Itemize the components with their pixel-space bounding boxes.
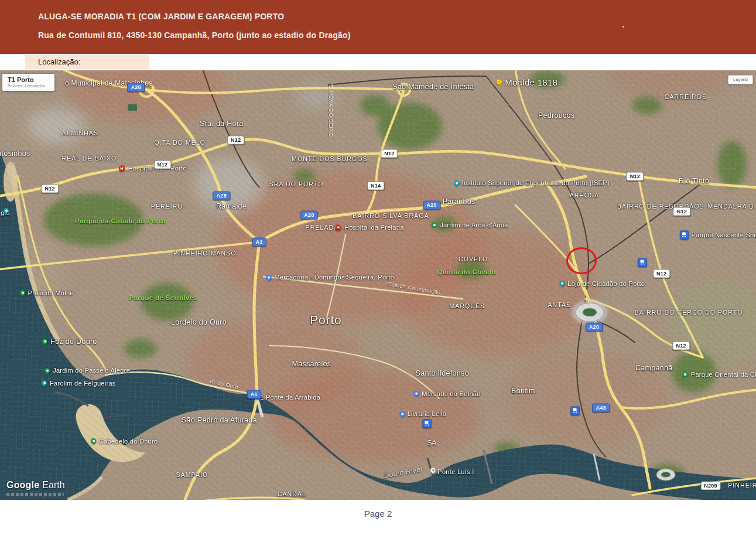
map-label-text: CANDAL bbox=[278, 490, 306, 497]
map-place-label: R. NOVA DO SEIXO bbox=[328, 83, 334, 137]
map-label-text: Matosinhos bbox=[0, 149, 30, 158]
map-place-label: ANTAS bbox=[548, 301, 571, 308]
brand-earth: Earth bbox=[42, 480, 64, 490]
map-label-text: R. NOVA DO SEIXO bbox=[328, 83, 334, 137]
map-label-text: Paranhos bbox=[443, 197, 476, 206]
section-label: Localização: bbox=[25, 55, 149, 66]
brand-google: Google bbox=[6, 480, 39, 490]
map-label-text: Q.TA DO MELO bbox=[154, 139, 206, 146]
road-shield: A43 bbox=[593, 404, 610, 413]
legend-button[interactable]: Legend bbox=[728, 75, 753, 84]
green-pin-icon bbox=[41, 338, 49, 345]
map-label-text: Bonfim bbox=[511, 387, 535, 395]
teal-pin-icon bbox=[40, 379, 48, 387]
map-place-label: PINHEIRO MANSO bbox=[173, 250, 237, 257]
green-pin-icon bbox=[90, 437, 97, 445]
map-place-label: Q.TA DO MELO bbox=[154, 139, 206, 146]
page-number: Page 2 bbox=[0, 509, 756, 519]
map-label-text: Lordelo do Ouro bbox=[171, 318, 227, 326]
map-place-label: Parque da Cidade do Porto bbox=[75, 217, 166, 224]
map-label-text: Ramalde bbox=[216, 202, 247, 210]
blue-pin-icon bbox=[398, 410, 406, 418]
map-place-label: Ponte Luís I bbox=[437, 468, 474, 475]
map-label-text: Parque de Serralves bbox=[129, 294, 197, 301]
map-label-text: BAIRRO DO CERCO DO PORTO bbox=[635, 309, 743, 316]
map-place-label: Praia do Molhe bbox=[20, 289, 74, 297]
map-label-text: Jardim de Arca d'Água bbox=[440, 222, 508, 229]
road-shield: A20 bbox=[423, 201, 440, 210]
map-label-text: Pedrouços bbox=[538, 111, 574, 120]
map-label-text: Mercado do Bolhão bbox=[422, 390, 481, 397]
teal-pin-icon bbox=[453, 179, 460, 187]
red-h-pin-icon: H bbox=[335, 224, 341, 231]
map-place-label: Massarelos bbox=[292, 360, 331, 368]
road-shield: A28 bbox=[128, 83, 145, 92]
map-label-text: Cabedelo do Douro bbox=[99, 438, 158, 445]
map-place-label: SAMPAIO bbox=[176, 471, 208, 478]
document-header-banner: ALUGA-SE MORADIA T1 (COM JARDIM E GARAGE… bbox=[0, 0, 756, 54]
road-shield: N12 bbox=[154, 161, 171, 169]
road-shield: N12 bbox=[227, 136, 244, 145]
map-label-text: SAMPAIO bbox=[176, 471, 208, 478]
map-label-text: Sé bbox=[427, 439, 436, 447]
map-label-text: Parque da Cidade do Porto bbox=[75, 217, 166, 224]
listing-address: Rua de Contumil 810, 4350-130 Campanhã, … bbox=[38, 30, 351, 40]
map-place-label: Moalde 1818 bbox=[497, 77, 557, 87]
map-place-label: MONTE DOS BURGOS bbox=[292, 155, 368, 162]
map-place-label: Parque de Serralves bbox=[129, 294, 197, 301]
map-place-label: HHospital da Prelada bbox=[335, 224, 404, 231]
map-attribution bbox=[6, 493, 64, 496]
road-shield: N12 bbox=[381, 149, 398, 158]
map-place-label: COVELO bbox=[459, 255, 488, 263]
map-label-text: PEREIRÓ bbox=[151, 203, 183, 210]
map-place-label: Lordelo do Ouro bbox=[171, 318, 227, 326]
map-place-label: BAIRRO DO CERCO DO PORTO bbox=[635, 309, 743, 316]
map-label-text: ALMINHAS bbox=[62, 130, 98, 137]
football-field bbox=[128, 104, 137, 111]
road-shield: A1 bbox=[252, 238, 266, 247]
place-card[interactable]: T1 Porto Palacete Lembrados bbox=[2, 74, 54, 91]
map-place-label: Jardim do Passeio Alegre bbox=[45, 367, 130, 374]
map-place-label: A1 Ponte da Arrábida bbox=[256, 394, 321, 401]
map-label-text: Massarelos bbox=[292, 360, 331, 368]
map-label-text: Santo Ildefonso bbox=[416, 369, 469, 377]
map-label-text: Sra. da Hora bbox=[200, 120, 243, 128]
blue-pin-icon bbox=[265, 274, 273, 281]
map-place-label: Sé bbox=[427, 439, 436, 447]
map-label-text: Foz do Douro bbox=[50, 338, 97, 346]
place-card-title: T1 Porto bbox=[8, 76, 45, 83]
map-label-text: MARQUÊS bbox=[449, 302, 485, 309]
map-label-text: CARREIROS bbox=[665, 93, 707, 100]
google-earth-logo: GoogleEarth bbox=[6, 480, 65, 490]
map-label-text: São Pedro da Afurada bbox=[182, 416, 257, 424]
map-place-label: Farolim de Felgueiras bbox=[42, 380, 116, 387]
road-shield: N12 bbox=[653, 269, 670, 278]
map-place-label: PINHEIRO bbox=[728, 482, 756, 489]
map-place-label: Livraria Lello bbox=[399, 410, 447, 417]
metro-station-icon bbox=[571, 406, 580, 415]
map-label-text: Farolim de Felgueiras bbox=[50, 380, 116, 387]
map-label-text: PRELADA bbox=[306, 224, 339, 231]
map-place-label: São Mamede de Infesta bbox=[392, 83, 474, 91]
pushpin-pin-icon bbox=[497, 79, 502, 84]
metro-station-icon bbox=[680, 230, 689, 239]
red-h-pin-icon: H bbox=[119, 165, 125, 172]
road-shield: N12 bbox=[673, 207, 690, 216]
stray-mark bbox=[622, 26, 624, 28]
metro-station-icon bbox=[638, 258, 647, 267]
map-place-label: CARREIROS bbox=[665, 93, 707, 100]
teal-pin-icon bbox=[558, 280, 566, 287]
map-place-label: Sra. da Hora bbox=[200, 120, 243, 128]
highlight-circle-annotation bbox=[566, 247, 597, 274]
road-shield: A20 bbox=[300, 211, 317, 220]
map-label-text: A1 Ponte da Arrábida bbox=[256, 394, 321, 401]
map-label-text: Praia do Molhe bbox=[28, 289, 74, 297]
map-place-label: Porto bbox=[310, 313, 341, 327]
park-dot-pin-icon bbox=[432, 222, 437, 227]
map-label-text: PINHEIRO bbox=[728, 482, 756, 489]
map-place-label: MENDALHA D bbox=[707, 203, 754, 210]
map-place-label: BAIRRO SILVA BRAGA bbox=[353, 212, 429, 219]
map-place-label: Mercadona - Domingos Sequeira, Porto bbox=[266, 274, 394, 281]
satellite-map[interactable]: o Municipal de MatosinhosMatosinhosALMIN… bbox=[0, 70, 756, 500]
map-place-label: Parque Oriental da Cid bbox=[683, 371, 756, 378]
